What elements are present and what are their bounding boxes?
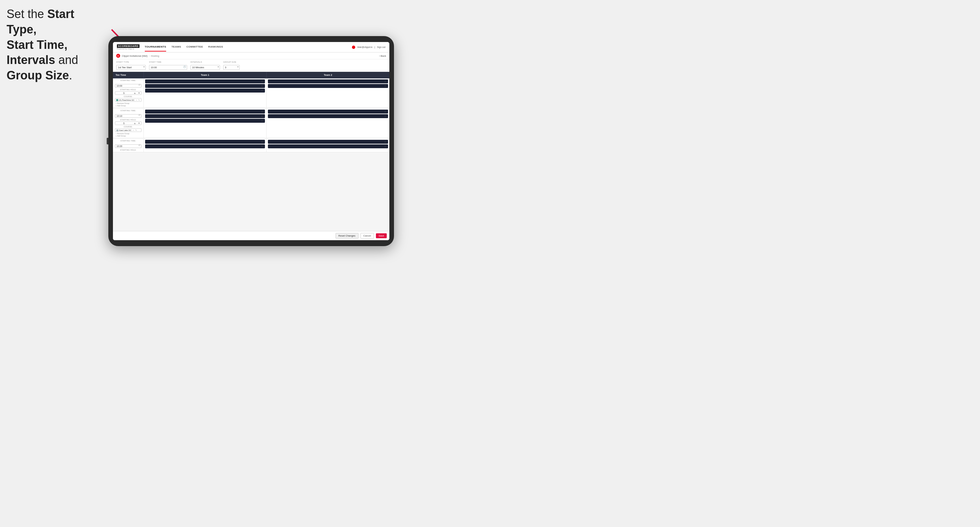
starting-hole-input-2[interactable] [115,122,133,125]
intervals-label: Intervals [191,61,220,63]
player-row-1-t1-1: × · [145,79,265,83]
intervals-field: Intervals 10 Minutes 8 Minutes 12 Minute… [191,61,220,70]
breadcrumb-back-button[interactable]: ‹ Back [379,54,386,57]
group-size-field: Group Size 3 2 4 [223,61,240,70]
starting-time-input-wrap-3: ⏱ [115,143,142,148]
time-icon-1: ⏱ [138,84,140,86]
instruction-text: Set the Start Type, Start Time, Interval… [6,6,105,83]
nav-bar: SCOREBOARD Powered by clipp.io TOURNAMEN… [113,42,389,52]
group-section-3: STARTING TIME: ⏱ STARTING HOLE: × · × · [113,139,389,152]
course-label-1: COURSE: [115,95,142,97]
course-remove-2[interactable]: × [133,129,134,131]
player-close-2-t2-2[interactable]: × · [385,115,387,117]
course-label-2: COURSE: [115,126,142,128]
course-actions-2: ○ Remove Group + Add Group [115,133,142,137]
player-row-1-t1-2: × · [145,84,265,88]
reset-changes-button[interactable]: Reset Changes [336,233,358,238]
instruction-bold3: Intervals [6,53,55,67]
nav-powered: Powered by clipp.io [117,48,140,50]
instruction-period: . [69,68,72,82]
footer-bar: Reset Changes Cancel Save [113,231,389,240]
player-row-2-t2-2: × · [268,114,388,118]
course-tag-1: (A) Peachtree GC × ✎ [115,98,142,102]
course-edit-1[interactable]: ✎ [138,99,140,101]
team1-cell-2: × · × · × · [144,109,267,138]
tablet-screen: SCOREBOARD Powered by clipp.io TOURNAMEN… [113,42,389,240]
nav-tab-rankings[interactable]: RANKINGS [208,43,223,51]
player-close-1-t1-3[interactable]: × · [261,90,264,92]
add-group-btn-2[interactable]: + Add Group [115,135,142,137]
hole-stepper-down-2[interactable]: ▼ [137,122,141,124]
save-button[interactable]: Save [376,233,387,238]
course-actions-1: ○ Remove Group + Add Group [115,102,142,106]
player-close-1-t2-1[interactable]: × · [385,80,387,83]
tee-left-3: STARTING TIME: ⏱ STARTING HOLE: [113,139,144,152]
breadcrumb-tournament[interactable]: Clippd Invitational (Mel) [122,54,147,57]
instruction-bold2: Start Time, [6,38,67,51]
player-close-1-t2-2[interactable]: × · [385,85,387,87]
starting-hole-input-1[interactable] [115,92,133,95]
logo-box: SCOREBOARD [117,44,140,48]
player-row-2-t1-3: × · [145,119,265,123]
course-edit-2[interactable]: ✎ [135,129,137,131]
starting-time-input-3[interactable] [115,144,142,148]
player-close-3-t2-2[interactable]: × · [385,145,387,147]
nav-sign-out[interactable]: Sign out [377,46,385,48]
player-row-3-t1-2: × · [145,144,265,148]
breadcrumb-logo: C [116,54,120,58]
course-name-2: East Lake GC [119,129,131,131]
group-section-1: STARTING TIME: ⏱ STARTING HOLE: ▲ ▼ COUR… [113,78,389,108]
player-close-2-t1-1[interactable]: × · [261,111,264,113]
player-close-2-t1-2[interactable]: × · [261,115,264,117]
remove-group-btn-2[interactable]: ○ Remove Group [115,133,142,135]
breadcrumb-section: Hosting [151,54,159,57]
hole-stepper-up-1[interactable]: ▲ [133,92,137,94]
nav-tab-teams[interactable]: TEAMS [171,43,181,51]
instruction-and: and [55,53,78,67]
group-size-label: Group Size [223,61,240,63]
remove-group-btn-1[interactable]: ○ Remove Group [115,102,142,104]
nav-logo: SCOREBOARD Powered by clipp.io [117,44,140,50]
hole-stepper-up-2[interactable]: ▲ [133,122,137,124]
starting-time-input-2[interactable] [115,114,142,118]
table-header-team1: Team 1 [144,72,267,78]
hole-stepper-down-1[interactable]: ▼ [137,92,141,94]
player-close-3-t1-1[interactable]: × · [261,141,264,143]
group-size-select-wrap: 3 2 4 [223,63,240,70]
starting-time-input-1[interactable] [115,84,142,87]
group-section-2: STARTING TIME: ⏱ STARTING HOLE: ▲ ▼ COUR… [113,109,389,138]
player-close-2-t1-3[interactable]: × · [261,120,264,122]
course-name-1: (A) Peachtree GC [119,99,135,101]
team2-cell-2: × · × · [267,109,389,138]
tee-row-1: STARTING TIME: ⏱ STARTING HOLE: ▲ ▼ COUR… [113,78,389,108]
nav-tab-tournaments[interactable]: TOURNAMENTS [145,43,166,51]
group-size-select[interactable]: 3 2 4 [223,65,240,70]
course-tag-2: 🏢 East Lake GC × ✎ [115,128,142,132]
cancel-button[interactable]: Cancel [361,233,374,238]
intervals-select[interactable]: 10 Minutes 8 Minutes 12 Minutes [191,65,220,70]
start-time-label: Start Time [149,61,187,63]
start-type-select[interactable]: 1st Tee Start Shotgun Start [116,65,146,70]
nav-tabs: TOURNAMENTS TEAMS COMMITTEE RANKINGS [145,43,352,51]
player-row-3-t2-2: × · [268,144,388,148]
nav-tab-committee[interactable]: COMMITTEE [186,43,203,51]
intervals-select-wrap: 10 Minutes 8 Minutes 12 Minutes [191,63,220,70]
team2-cell-3: × · × · [267,139,389,152]
scroll-area[interactable]: STARTING TIME: ⏱ STARTING HOLE: ▲ ▼ COUR… [113,78,389,231]
starting-time-label-1: STARTING TIME: [115,79,142,81]
player-close-1-t1-2[interactable]: × · [261,85,264,87]
tee-row-3: STARTING TIME: ⏱ STARTING HOLE: × · × · [113,139,389,152]
start-time-input[interactable] [149,65,187,70]
add-group-btn-1[interactable]: + Add Group [115,105,142,106]
course-remove-1[interactable]: × [136,99,137,101]
player-close-1-t1-1[interactable]: × · [261,80,264,83]
player-row-1-t1-3: × · [145,89,265,92]
starting-hole-label-2: STARTING HOLE: [115,119,142,121]
start-time-field: Start Time 🕙 [149,61,187,70]
player-close-2-t2-1[interactable]: × · [385,111,387,113]
player-close-3-t1-2[interactable]: × · [261,145,264,147]
nav-separator: | [374,46,375,48]
player-close-3-t2-1[interactable]: × · [385,141,387,143]
course-building-icon: 🏢 [116,129,119,131]
player-row-2-t2-1: × · [268,110,388,114]
